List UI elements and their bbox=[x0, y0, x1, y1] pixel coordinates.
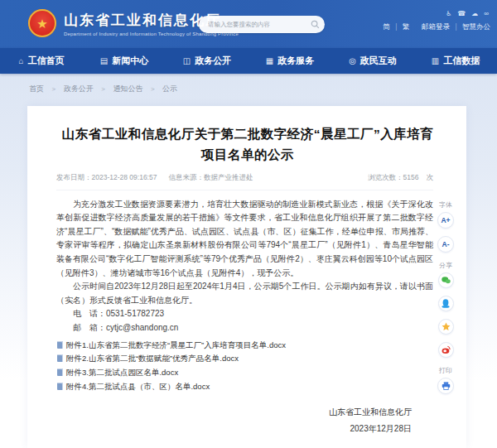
phone-value: 0531-51782723 bbox=[106, 309, 164, 318]
side-toolbar: 字体 A+ A- 分享 打印 bbox=[431, 200, 461, 402]
attachment-link-1[interactable]: 附件1.山东省第二批数字经济“晨星工厂”入库培育项目名单.docx bbox=[56, 339, 433, 353]
weibo-icon bbox=[442, 345, 451, 354]
font-decrease-button[interactable]: A- bbox=[437, 236, 454, 253]
qq-icon bbox=[442, 299, 450, 308]
glasses-icon[interactable]: ∞ bbox=[484, 10, 489, 18]
share-qzone-button[interactable] bbox=[438, 319, 454, 335]
article-meta: 发布日期：2023-12-28 09:16:57信息来源：数据产业推进处 浏览次… bbox=[56, 173, 433, 190]
nav-item-data[interactable]: ▥ 工信数据 bbox=[414, 48, 497, 74]
mobile-icon[interactable]: ☎ bbox=[457, 10, 466, 18]
attachment-link-3[interactable]: 附件3.第二批试点园区名单.docx bbox=[56, 366, 433, 380]
header-utilities: ♿ ☎ ☁ ∞ 简 | 繁 邮箱登录 | 智慧办公 bbox=[383, 10, 490, 32]
nav-label: 政民互动 bbox=[360, 55, 397, 67]
source-label: 信息来源： bbox=[168, 173, 204, 181]
data-icon: ▥ bbox=[432, 56, 439, 65]
phone-label: 电 话： bbox=[73, 309, 106, 318]
contact-phone: 电 话：0531-51782723 bbox=[56, 307, 433, 321]
lang-traditional-link[interactable]: 繁 bbox=[403, 22, 410, 31]
lang-simplified-link[interactable]: 简 bbox=[383, 22, 390, 31]
breadcrumb-separator: > bbox=[101, 85, 105, 93]
breadcrumb-disclosure[interactable]: 政务公开 bbox=[64, 84, 94, 93]
nav-label: 新闻中心 bbox=[112, 55, 148, 67]
share-wechat-button[interactable] bbox=[438, 272, 454, 288]
print-button[interactable] bbox=[437, 378, 454, 394]
nav-item-disclosure[interactable]: ◫ 政务公开 bbox=[166, 48, 248, 74]
nav-label: 工信首页 bbox=[28, 55, 65, 67]
font-increase-button[interactable]: A+ bbox=[437, 212, 454, 229]
contact-email: 邮 箱：cytjc@shandong.cn bbox=[56, 321, 433, 335]
attachment-list: 附件1.山东省第二批数字经济“晨星工厂”入库培育项目名单.docx 附件2.山东… bbox=[56, 339, 433, 395]
attachment-link-4[interactable]: 附件4.第二批试点县（市、区）名单.docx bbox=[56, 380, 433, 394]
services-icon: ▦ bbox=[266, 56, 273, 65]
attachment-name: 附件4.第二批试点县（市、区）名单.docx bbox=[66, 382, 210, 391]
paragraph: 为充分激发工业数据资源要素潜力，培育壮大数据驱动的制造业新模式新业态，根据《关于… bbox=[56, 198, 433, 281]
doc-icon bbox=[57, 341, 63, 349]
site-header: ★ 山东省工业和信息化厅 Department of Industry and … bbox=[0, 0, 497, 48]
font-size-label: 字体 bbox=[431, 200, 461, 210]
main-nav: ⌂ 工信首页 ▤ 新闻中心 ◫ 政务公开 ▦ 政务服务 ◎ 政民互动 ▥ 工信数… bbox=[0, 48, 497, 74]
breadcrumb-separator: > bbox=[151, 85, 155, 93]
doc-icon bbox=[57, 369, 63, 376]
interaction-icon: ◎ bbox=[349, 56, 356, 65]
paragraph: 公示时间自2023年12月28日起至2024年1月4日，公示期5个工作日。公示期… bbox=[56, 280, 433, 307]
home-icon: ⌂ bbox=[18, 56, 23, 65]
email-label: 邮 箱： bbox=[73, 323, 106, 332]
publish-date-value: 2023-12-28 09:16:57 bbox=[92, 173, 157, 181]
nav-item-interaction[interactable]: ◎ 政民互动 bbox=[331, 48, 414, 74]
print-label: 打印 bbox=[431, 366, 461, 375]
page-background: ★ 山东省工业和信息化厅 Department of Industry and … bbox=[0, 0, 497, 448]
breadcrumb: 首页 > 政务公开 > 通知公告 > 公示 bbox=[29, 84, 177, 94]
share-qq-button[interactable] bbox=[438, 296, 454, 311]
attachment-name: 附件1.山东省第二批数字经济“晨星工厂”入库培育项目名单.docx bbox=[66, 340, 286, 349]
search-input[interactable] bbox=[199, 21, 307, 28]
quick-icons: ♿ ☎ ☁ ∞ bbox=[383, 10, 489, 18]
national-emblem-icon: ★ bbox=[28, 9, 56, 37]
email-value: cytjc@shandong.cn bbox=[106, 323, 178, 332]
doc-icon bbox=[57, 354, 63, 362]
breadcrumb-separator: > bbox=[52, 85, 56, 93]
mail-login-link[interactable]: 邮箱登录 bbox=[422, 22, 450, 31]
breadcrumb-home[interactable]: 首页 bbox=[29, 84, 44, 93]
wechat-icon bbox=[442, 277, 451, 284]
top-links: 简 | 繁 邮箱登录 | 智慧办公 bbox=[383, 22, 490, 32]
nav-item-services[interactable]: ▦ 政务服务 bbox=[248, 48, 331, 74]
meta-right: 浏览次数：5156次 bbox=[368, 173, 433, 183]
article-body: 为充分激发工业数据资源要素潜力，培育壮大数据驱动的制造业新模式新业态，根据《关于… bbox=[56, 198, 433, 308]
search-icon[interactable] bbox=[307, 17, 322, 32]
divider: | bbox=[455, 22, 456, 31]
meta-left: 发布日期：2023-12-28 09:16:57信息来源：数据产业推进处 bbox=[56, 173, 253, 183]
breadcrumb-current: 公示 bbox=[162, 84, 177, 93]
views-label: 浏览次数： bbox=[368, 173, 403, 181]
article-card: 山东省工业和信息化厅关于第二批数字经济“晨星工厂”入库培育项目名单的公示 发布日… bbox=[27, 106, 466, 448]
nav-item-home[interactable]: ⌂ 工信首页 bbox=[0, 48, 83, 74]
nav-item-news[interactable]: ▤ 新闻中心 bbox=[83, 48, 166, 74]
nav-label: 政务服务 bbox=[277, 55, 314, 67]
source-value: 数据产业推进处 bbox=[204, 173, 253, 181]
breadcrumb-notices[interactable]: 通知公告 bbox=[113, 84, 142, 93]
nav-label: 工信数据 bbox=[443, 55, 480, 67]
page-title: 山东省工业和信息化厅关于第二批数字经济“晨星工厂”入库培育项目名单的公示 bbox=[56, 124, 439, 166]
disclosure-icon: ◫ bbox=[183, 56, 191, 65]
printer-icon bbox=[442, 382, 451, 390]
signature-org: 山东省工业和信息化厅 bbox=[56, 404, 412, 421]
nav-label: 政务公开 bbox=[195, 55, 231, 67]
news-icon: ▤ bbox=[100, 56, 108, 65]
smart-office-link[interactable]: 智慧办公 bbox=[462, 22, 490, 31]
attachment-name: 附件2.山东省第二批“数据赋能”优秀产品名单.docx bbox=[66, 354, 239, 363]
divider: | bbox=[395, 22, 397, 31]
share-weibo-button[interactable] bbox=[438, 342, 454, 358]
qzone-icon bbox=[442, 322, 451, 331]
publish-date-label: 发布日期： bbox=[56, 173, 92, 181]
emblem-star-glyph: ★ bbox=[36, 17, 47, 30]
views-unit: 次 bbox=[427, 173, 434, 181]
search-box[interactable] bbox=[199, 16, 325, 33]
accessibility-icon[interactable]: ♿ bbox=[446, 10, 451, 18]
contact-info: 电 话：0531-51782723 邮 箱：cytjc@shandong.cn bbox=[56, 307, 433, 335]
attachment-name: 附件3.第二批试点园区名单.docx bbox=[66, 368, 178, 377]
doc-icon bbox=[57, 383, 63, 390]
attachment-link-2[interactable]: 附件2.山东省第二批“数据赋能”优秀产品名单.docx bbox=[56, 352, 433, 366]
views-count: 5156 bbox=[403, 173, 419, 181]
cloud-icon[interactable]: ☁ bbox=[471, 10, 478, 18]
signature-date: 2023年12月28日 bbox=[56, 421, 412, 437]
share-label: 分享 bbox=[431, 261, 461, 270]
